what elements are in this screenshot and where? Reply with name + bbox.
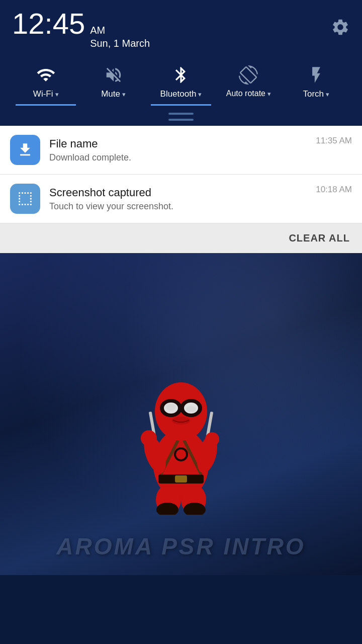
svg-point-16: [205, 432, 219, 446]
download-notif-subtitle: Download complete.: [49, 152, 307, 163]
screenshot-notif-subtitle: Touch to view your screenshot.: [49, 201, 307, 212]
toggle-autorotate[interactable]: Auto rotate ▾: [218, 64, 279, 105]
mute-chevron: ▾: [122, 91, 126, 98]
torch-label: Torch ▾: [303, 89, 329, 99]
mute-label: Mute ▾: [101, 89, 126, 99]
date-ampm: AM Sun, 1 March: [90, 24, 150, 50]
notification-screenshot[interactable]: Screenshot captured Touch to view your s…: [0, 175, 362, 223]
torch-chevron: ▾: [326, 91, 329, 98]
drag-line-2: [168, 119, 194, 121]
svg-point-23: [166, 404, 176, 411]
toggle-bluetooth[interactable]: Bluetooth ▾: [151, 64, 211, 106]
autorotate-chevron: ▾: [267, 90, 271, 98]
mute-icon: [104, 64, 123, 86]
wifi-chevron: ▾: [55, 91, 59, 98]
download-notif-time: 11:35 AM: [316, 136, 352, 146]
screenshot-notif-title: Screenshot captured: [49, 186, 307, 199]
date: Sun, 1 March: [90, 37, 150, 50]
wifi-label: Wi-Fi ▾: [33, 89, 59, 99]
download-notif-icon: [10, 135, 40, 165]
toggle-mute[interactable]: Mute ▾: [83, 64, 144, 106]
homescreen: AROMA PSR INTRO: [0, 253, 362, 575]
autorotate-label: Auto rotate ▾: [226, 89, 271, 98]
download-notif-title: File name: [49, 137, 307, 150]
deadpool-figure: [121, 334, 241, 515]
autorotate-icon: [239, 64, 258, 86]
settings-icon[interactable]: [331, 18, 350, 41]
screenshot-notif-icon: [10, 184, 40, 214]
toggle-wifi[interactable]: Wi-Fi ▾: [16, 64, 76, 106]
toggle-torch[interactable]: Torch ▾: [286, 64, 346, 106]
download-notif-content: File name Download complete.: [49, 137, 307, 163]
status-bar: 12:45 AM Sun, 1 March Wi-Fi ▾: [0, 0, 362, 126]
clock-time: 12:45: [12, 9, 85, 38]
time-block: 12:45 AM Sun, 1 March: [12, 9, 150, 50]
bluetooth-label: Bluetooth ▾: [160, 89, 202, 99]
quick-toggles: Wi-Fi ▾ Mute ▾ Bluetoo: [12, 64, 350, 106]
drag-handle[interactable]: [12, 110, 350, 126]
screenshot-notif-time: 10:18 AM: [316, 185, 352, 195]
wifi-icon: [36, 64, 55, 86]
bluetooth-icon: [171, 64, 191, 86]
svg-point-15: [141, 430, 157, 446]
svg-point-27: [176, 449, 186, 459]
clear-all-bar[interactable]: CLEAR ALL: [0, 223, 362, 253]
bluetooth-chevron: ▾: [198, 91, 202, 98]
notifications-panel: File name Download complete. 11:35 AM Sc…: [0, 126, 362, 253]
clear-all-button[interactable]: CLEAR ALL: [289, 232, 350, 244]
notification-download[interactable]: File name Download complete. 11:35 AM: [0, 126, 362, 175]
torch-icon: [307, 64, 326, 86]
svg-rect-2: [175, 475, 187, 482]
drag-line-1: [168, 113, 194, 115]
svg-point-24: [186, 406, 196, 412]
screenshot-notif-content: Screenshot captured Touch to view your s…: [49, 186, 307, 212]
top-row: 12:45 AM Sun, 1 March: [12, 9, 350, 50]
ampm: AM: [90, 24, 150, 37]
watermark-label: AROMA PSR INTRO: [56, 533, 305, 560]
